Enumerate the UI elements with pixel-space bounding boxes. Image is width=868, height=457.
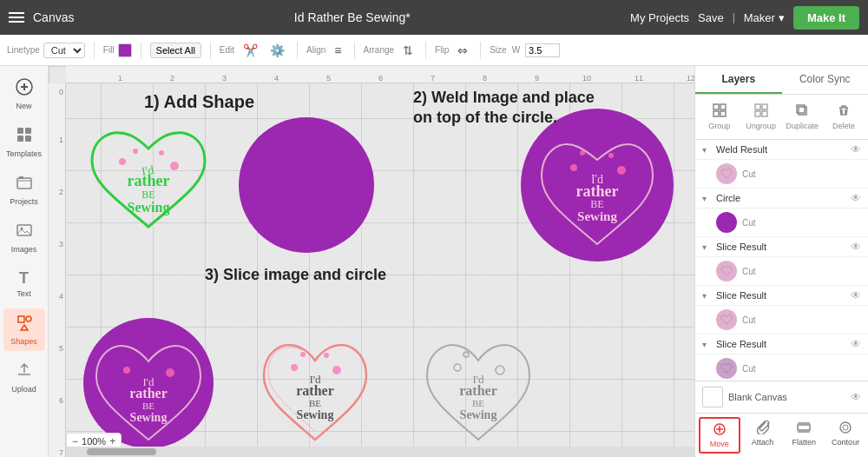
flip-icon-button[interactable]: ⇔ — [454, 42, 471, 59]
linetype-select[interactable]: Cut — [43, 43, 85, 58]
move-button[interactable]: Move — [699, 417, 740, 454]
layer-weld-cut[interactable]: Cut — [695, 160, 868, 189]
svg-text:BE: BE — [141, 189, 155, 201]
tab-layers[interactable]: Layers — [695, 66, 782, 94]
maker-button[interactable]: Maker ▾ — [744, 11, 785, 24]
shapes-icon — [16, 314, 33, 335]
layer-expand-icon-4: ▾ — [702, 291, 711, 301]
sidebar-item-upload[interactable]: Upload — [3, 356, 45, 399]
scrollbar-thumb[interactable] — [87, 448, 156, 455]
heart-1-object[interactable]: I'd rather BE Sewing — [83, 118, 214, 240]
group-button[interactable]: Group — [700, 100, 739, 134]
circle-heart-object[interactable]: I'd rather BE Sewing — [517, 105, 678, 266]
blank-canvas-eye-icon[interactable]: 👁 — [851, 391, 861, 403]
tab-color-sync[interactable]: Color Sync — [782, 66, 869, 94]
canvas-area[interactable]: 1 2 3 4 5 6 7 8 9 10 11 12 0 1 2 3 4 5 6… — [49, 66, 694, 457]
blank-canvas-row[interactable]: Blank Canvas 👁 — [695, 381, 868, 413]
divider-3 — [210, 42, 211, 59]
layer-slice-3-cut[interactable]: Cut — [695, 354, 868, 381]
svg-point-69 — [843, 425, 848, 430]
svg-text:rather: rather — [128, 172, 170, 189]
sidebar-projects-label: Projects — [10, 197, 38, 206]
layer-slice-2-info: Slice Result — [716, 290, 845, 301]
layers-list[interactable]: ▾ Weld Result 👁 Cut ▾ Circle — [695, 140, 868, 381]
topbar-left: Canvas — [9, 10, 74, 24]
slice-heart-3-object[interactable]: I'd rather BE Sewing — [411, 305, 546, 453]
contour-button[interactable]: Contour — [826, 417, 865, 454]
layer-eye-icon-5[interactable]: 👁 — [851, 338, 861, 350]
ruler-left: 0 1 2 3 4 5 6 7 — [49, 83, 66, 457]
layer-circle-1[interactable]: ▾ Circle 👁 — [695, 189, 868, 209]
select-all-button[interactable]: Select All — [150, 43, 201, 58]
save-button[interactable]: Save — [698, 11, 724, 24]
svg-rect-61 — [762, 111, 767, 116]
layer-expand-icon-3: ▾ — [702, 242, 711, 252]
layer-weld-result-info: Weld Result — [716, 144, 845, 155]
zoom-out-button[interactable]: − — [72, 435, 78, 447]
layer-eye-icon[interactable]: 👁 — [851, 143, 861, 156]
layer-slice-2-cut[interactable]: Cut — [695, 306, 868, 334]
zoom-in-button[interactable]: + — [109, 435, 115, 447]
svg-point-12 — [26, 316, 31, 321]
my-projects-button[interactable]: My Projects — [630, 11, 689, 24]
instruction-2: 2) Weld Image and placeon top of the cir… — [413, 88, 613, 129]
layer-eye-icon-4[interactable]: 👁 — [851, 289, 861, 301]
size-w-input[interactable] — [525, 43, 560, 57]
svg-point-37 — [123, 367, 130, 374]
menu-icon[interactable] — [9, 12, 24, 23]
layer-slice-result-3[interactable]: ▾ Slice Result 👁 — [695, 334, 868, 354]
circle-1-object[interactable] — [235, 114, 378, 257]
horizontal-scrollbar[interactable] — [66, 447, 694, 457]
attach-icon — [756, 421, 770, 436]
svg-rect-59 — [762, 104, 767, 109]
text-icon: T — [19, 269, 29, 288]
projects-icon — [16, 174, 33, 195]
zoom-percentage: 100% — [82, 436, 106, 447]
ungroup-button[interactable]: Ungroup — [742, 100, 780, 134]
layer-expand-icon-5: ▾ — [702, 340, 711, 349]
fill-color-swatch[interactable] — [118, 43, 132, 57]
flatten-button[interactable]: Flatten — [786, 417, 824, 454]
layer-eye-icon-2[interactable]: 👁 — [851, 192, 861, 204]
duplicate-button[interactable]: Duplicate — [784, 100, 822, 134]
svg-rect-65 — [798, 425, 810, 430]
svg-text:rather: rather — [576, 182, 619, 200]
sidebar-item-templates[interactable]: Templates — [3, 121, 45, 163]
attach-button[interactable]: Attach — [744, 417, 782, 454]
sidebar-item-new[interactable]: New — [3, 73, 45, 116]
svg-rect-5 — [17, 136, 23, 142]
layer-slice-result-2[interactable]: ▾ Slice Result 👁 — [695, 286, 868, 306]
settings-icon-button[interactable]: ⚙️ — [266, 42, 288, 59]
svg-rect-55 — [720, 104, 726, 109]
layer-eye-icon-3[interactable]: 👁 — [851, 241, 861, 253]
project-title: Id Rather Be Sewing* — [294, 10, 411, 24]
align-icon-button[interactable]: ≡ — [331, 42, 345, 59]
svg-rect-4 — [25, 128, 31, 134]
sidebar-item-text[interactable]: T Text — [3, 264, 45, 303]
slice-heart-2-object[interactable]: I'd rather BE Sewing — [248, 305, 383, 453]
sidebar-item-images[interactable]: Images — [3, 216, 45, 259]
svg-text:Sewing: Sewing — [128, 200, 170, 215]
svg-point-51 — [454, 364, 461, 371]
edit-icon-button[interactable]: ✂️ — [240, 42, 261, 59]
new-icon — [16, 78, 33, 100]
layer-thumb-slice-2 — [716, 309, 737, 330]
move-icon — [713, 422, 727, 438]
sidebar-item-shapes[interactable]: Shapes — [3, 308, 45, 351]
layer-slice-1-cut[interactable]: Cut — [695, 257, 868, 286]
layer-circle-1-cut[interactable]: Cut — [695, 209, 868, 237]
make-it-button[interactable]: Make It — [793, 6, 859, 30]
arrange-icon-button[interactable]: ⇅ — [399, 42, 417, 59]
layer-weld-result[interactable]: ▾ Weld Result 👁 — [695, 140, 868, 160]
layer-slice-2-cut-info: Cut — [742, 315, 861, 325]
sidebar-item-projects[interactable]: Projects — [3, 169, 45, 211]
svg-rect-60 — [755, 111, 760, 116]
svg-rect-8 — [19, 176, 23, 179]
svg-point-30 — [580, 150, 585, 156]
layer-weld-cut-info: Cut — [742, 169, 861, 179]
layer-slice-result-1[interactable]: ▾ Slice Result 👁 — [695, 237, 868, 257]
layer-thumb-circle-1 — [716, 212, 737, 233]
delete-button[interactable]: Delete — [825, 100, 863, 134]
divider-7 — [480, 42, 481, 59]
layer-thumb-slice-3 — [716, 358, 737, 379]
